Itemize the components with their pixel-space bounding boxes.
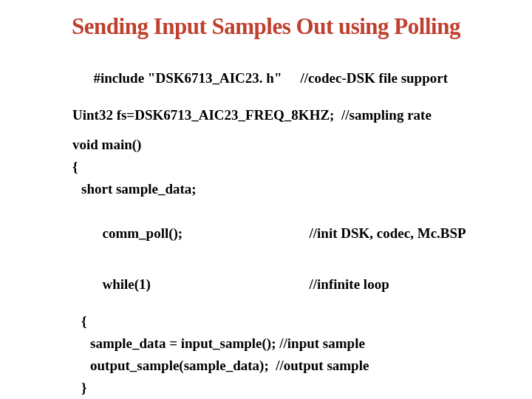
code-comment: //infinite loop: [310, 277, 389, 292]
code-line: Uint32 fs=DSK6713_AIC23_FREQ_8KHZ; //sam…: [72, 108, 511, 123]
code-line: }: [72, 381, 511, 395]
slide-title: Sending Input Samples Out using Polling: [21, 13, 511, 40]
code-text: comm_poll();: [103, 226, 310, 241]
code-line: while(1)//infinite loop: [72, 262, 511, 307]
slide-container: Sending Input Samples Out using Polling …: [0, 0, 532, 399]
code-line: short sample_data;: [72, 182, 511, 197]
code-line: sample_data = input_sample(); //input sa…: [72, 336, 511, 351]
code-comment: //init DSK, codec, Mc.BSP: [310, 226, 466, 241]
code-line: output_sample(sample_data); //output sam…: [72, 358, 511, 373]
code-text: while(1): [103, 277, 310, 292]
blank-line: [72, 204, 511, 211]
code-line: comm_poll();//init DSK, codec, Mc.BSP: [72, 211, 511, 256]
code-line: #include "DSK6713_AIC23. h"//codec-DSK f…: [72, 56, 511, 100]
code-block: #include "DSK6713_AIC23. h"//codec-DSK f…: [21, 56, 511, 399]
code-text: #include "DSK6713_AIC23. h": [94, 71, 301, 86]
code-comment: //codec-DSK file support: [301, 71, 449, 86]
code-line: void main(): [72, 137, 511, 152]
code-line: {: [72, 160, 511, 174]
code-line: {: [72, 314, 511, 329]
